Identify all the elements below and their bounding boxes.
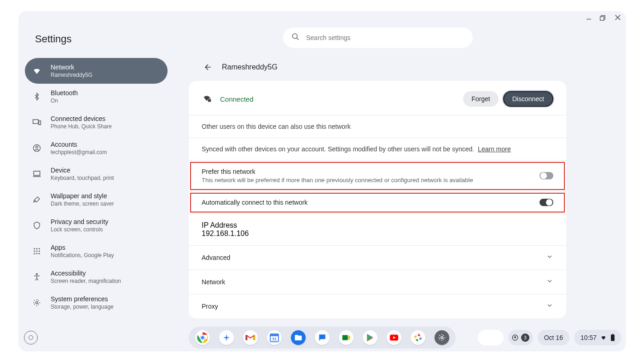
svg-rect-1 — [600, 17, 604, 20]
app-messages[interactable] — [315, 330, 330, 345]
shared-info-text: Other users on this device can also use … — [202, 123, 351, 130]
network-detail-card: Connected Forget Disconnect Other users … — [189, 81, 566, 318]
app-play-store[interactable] — [363, 330, 377, 345]
svg-point-19 — [36, 253, 38, 254]
advanced-section[interactable]: Advanced — [189, 246, 566, 270]
tray-pen-input[interactable] — [478, 330, 504, 345]
chevron-down-icon — [546, 302, 553, 311]
svg-rect-36 — [612, 334, 613, 335]
shield-icon — [31, 220, 42, 231]
sidebar-item-wallpaper[interactable]: Wallpaper and styleDark theme, screen sa… — [25, 187, 168, 213]
tray-status[interactable]: 10:57 — [574, 330, 621, 345]
sync-info-text: Synced with other devices on your accoun… — [202, 145, 511, 153]
svg-rect-10 — [34, 171, 40, 175]
app-settings[interactable] — [435, 330, 449, 345]
sidebar-sub: Rameshreddy5G — [51, 72, 93, 78]
svg-rect-31 — [342, 335, 348, 340]
app-title: Settings — [35, 33, 72, 45]
bluetooth-icon — [31, 91, 42, 102]
sidebar-item-network[interactable]: NetworkRameshreddy5G — [25, 58, 168, 84]
close-button[interactable] — [614, 14, 621, 23]
gear-icon — [31, 297, 42, 308]
laptop-icon — [31, 168, 42, 179]
app-youtube[interactable] — [387, 330, 401, 345]
svg-point-14 — [39, 248, 40, 249]
wifi-icon — [31, 65, 42, 76]
sync-info-row: Synced with other devices on your accoun… — [189, 138, 566, 161]
status-row: Connected Forget Disconnect — [189, 81, 566, 115]
connection-status: Connected — [220, 95, 254, 103]
svg-point-27 — [201, 336, 205, 340]
back-button[interactable] — [203, 62, 214, 73]
auto-connect-row: Automatically connect to this network — [189, 191, 566, 214]
apps-icon — [31, 246, 42, 257]
ip-label: IP Address — [202, 221, 249, 230]
main-panel: Rameshreddy5G Connected Forget Disconnec… — [189, 55, 566, 327]
app-calendar[interactable]: 31 — [267, 330, 282, 345]
devices-icon — [31, 117, 42, 128]
search-icon — [291, 33, 300, 43]
prefer-network-toggle[interactable] — [540, 172, 553, 179]
search-bar[interactable] — [283, 28, 473, 48]
sidebar: NetworkRameshreddy5G BluetoothOn Connect… — [25, 58, 168, 316]
network-section[interactable]: Network — [189, 270, 566, 294]
svg-point-24 — [29, 336, 33, 340]
settings-window: – Settings NetworkRameshreddy5G Bluetoot… — [18, 11, 626, 351]
disconnect-button[interactable]: Disconnect — [503, 91, 553, 107]
svg-point-20 — [39, 253, 40, 254]
learn-more-link[interactable]: Learn more — [478, 145, 511, 153]
svg-rect-29 — [270, 334, 278, 336]
svg-point-16 — [36, 251, 38, 252]
sidebar-item-system[interactable]: System preferencesStorage, power, langua… — [25, 290, 168, 316]
sidebar-item-device[interactable]: DeviceKeyboard, touchpad, print — [25, 161, 168, 187]
sidebar-item-apps[interactable]: AppsNotifications, Google Play — [25, 238, 168, 264]
app-dock: 31 — [189, 327, 456, 349]
proxy-section[interactable]: Proxy — [189, 294, 566, 318]
svg-line-5 — [296, 38, 299, 40]
prefer-network-row: Prefer this network This network will be… — [189, 161, 566, 191]
ip-address-row: IP Address 192.168.1.106 — [189, 214, 566, 246]
notification-count: 3 — [521, 333, 529, 342]
app-chrome[interactable] — [195, 330, 210, 345]
svg-rect-35 — [611, 335, 615, 341]
auto-title: Automatically connect to this network — [202, 199, 307, 206]
restore-button[interactable] — [599, 14, 606, 23]
battery-icon — [610, 334, 615, 341]
launcher-button[interactable] — [24, 331, 38, 345]
arrow-up-icon — [512, 334, 518, 341]
app-files[interactable] — [291, 330, 306, 345]
system-tray: 3 Oct 16 10:57 — [478, 328, 621, 347]
svg-point-15 — [34, 251, 35, 252]
sidebar-item-accounts[interactable]: Accountstechpptest@gmail.com — [25, 135, 168, 161]
chevron-down-icon — [546, 277, 553, 287]
svg-point-9 — [36, 146, 38, 149]
sidebar-item-accessibility[interactable]: AccessibilityScreen reader, magnificatio… — [25, 264, 168, 290]
sidebar-item-privacy[interactable]: Privacy and securityLock screen, control… — [25, 213, 168, 238]
window-controls: – — [586, 14, 621, 23]
tray-notifications[interactable]: 3 — [508, 330, 533, 345]
search-input[interactable] — [306, 34, 464, 41]
prefer-title: Prefer this network — [202, 168, 473, 175]
ip-value: 192.168.1.106 — [202, 230, 249, 238]
app-gmail[interactable] — [243, 330, 258, 345]
auto-connect-toggle[interactable] — [540, 199, 553, 206]
svg-point-18 — [34, 253, 35, 254]
svg-point-17 — [39, 251, 40, 252]
minimize-button[interactable]: – — [586, 14, 591, 23]
sidebar-item-bluetooth[interactable]: BluetoothOn — [25, 84, 168, 109]
sidebar-label: Network — [51, 63, 93, 71]
app-gemini[interactable] — [219, 330, 234, 345]
shared-info-row: Other users on this device can also use … — [189, 115, 566, 138]
svg-point-4 — [292, 34, 297, 39]
svg-point-33 — [441, 337, 443, 339]
forget-button[interactable]: Forget — [463, 91, 498, 107]
svg-rect-6 — [33, 120, 39, 123]
shelf: 31 3 Oct 16 10:57 — [21, 327, 623, 349]
tray-date[interactable]: Oct 16 — [538, 330, 569, 345]
app-photos[interactable] — [411, 330, 425, 345]
prefer-desc: This network will be preferred if more t… — [202, 177, 473, 184]
brush-icon — [31, 194, 42, 205]
app-meet[interactable] — [339, 330, 354, 345]
sidebar-item-connected-devices[interactable]: Connected devicesPhone Hub, Quick Share — [25, 109, 168, 135]
svg-point-22 — [36, 302, 38, 304]
